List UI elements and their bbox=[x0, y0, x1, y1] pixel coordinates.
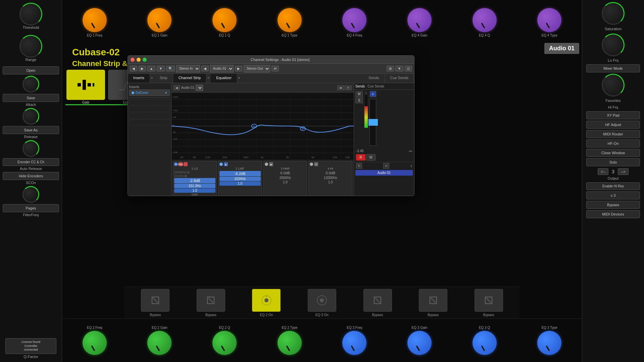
saturation-knob[interactable] bbox=[602, 2, 625, 25]
eq-back-button[interactable]: ◀ bbox=[174, 85, 180, 90]
eq2-gain-knob[interactable] bbox=[147, 331, 171, 355]
band3-toggle[interactable]: ▲ bbox=[269, 162, 273, 166]
e-button[interactable]: e bbox=[370, 91, 377, 97]
hf-adjust-button[interactable]: HF Adjust bbox=[586, 121, 640, 129]
prev-page-button[interactable]: <-- bbox=[598, 168, 608, 175]
prev-track-tb-button[interactable]: ◀ bbox=[201, 66, 209, 71]
render-button[interactable]: ⊞ bbox=[387, 66, 394, 71]
audio-channel-select[interactable]: Audio 01 bbox=[210, 65, 234, 72]
save-button[interactable]: Save bbox=[3, 94, 59, 102]
eq4-gain-knob[interactable] bbox=[407, 8, 432, 32]
eq1-type-knob[interactable] bbox=[278, 8, 302, 32]
w-button[interactable]: W bbox=[366, 154, 376, 161]
deeaser-insert[interactable]: DeEsser ▼ bbox=[129, 89, 170, 96]
next-track-tb-button[interactable]: ▶ bbox=[235, 66, 242, 71]
s-button[interactable]: S bbox=[355, 98, 363, 103]
eq3-freq-knob[interactable] bbox=[342, 331, 366, 355]
band4-toggle[interactable]: ✓ bbox=[314, 162, 318, 166]
down-button[interactable]: ▼ bbox=[157, 66, 165, 71]
insert-slot-2[interactable] bbox=[129, 99, 170, 105]
enable-hi-res-button[interactable]: Enable Hi Res bbox=[586, 182, 640, 190]
pages-button[interactable]: Pages bbox=[3, 204, 59, 212]
auto-release-knob[interactable] bbox=[22, 140, 39, 157]
eq2-q-knob[interactable] bbox=[212, 331, 237, 355]
bypass-icon-4[interactable] bbox=[419, 289, 447, 312]
threshold-knob[interactable] bbox=[19, 3, 42, 25]
tab-channel-strip[interactable]: Channel Strip bbox=[173, 74, 207, 83]
insert-slot-4[interactable] bbox=[129, 113, 170, 119]
eq3-gain-knob[interactable] bbox=[407, 331, 432, 355]
tab-sends[interactable]: Sends bbox=[363, 74, 385, 83]
midi-devices-button[interactable]: MIDI Devices bbox=[586, 210, 640, 218]
lo-frq-knob[interactable] bbox=[602, 34, 625, 56]
tab-cue-sends[interactable]: Cue Sends bbox=[385, 74, 414, 83]
bypass-icon-1[interactable] bbox=[141, 289, 169, 312]
eq-preset-select[interactable] bbox=[196, 85, 203, 91]
eq4-type-knob[interactable] bbox=[537, 8, 561, 32]
eq2-type-knob[interactable] bbox=[278, 331, 302, 355]
hide-encoders-button[interactable]: Hide Encoders bbox=[3, 172, 59, 180]
r-button[interactable]: R bbox=[356, 154, 365, 161]
eq-arrow[interactable]: ▸ bbox=[237, 74, 242, 83]
eq4-q-knob[interactable] bbox=[473, 8, 497, 32]
eq1-gain-knob[interactable] bbox=[147, 8, 171, 32]
channel-fader[interactable] bbox=[369, 99, 376, 146]
tab-inserts[interactable]: Inserts bbox=[128, 74, 150, 83]
open-button[interactable]: Open bbox=[3, 66, 59, 74]
bypass-icon-3[interactable] bbox=[363, 289, 392, 312]
encoder-cc-button[interactable]: Encoder CC & Ch bbox=[3, 158, 59, 166]
forward-button[interactable]: ▶ bbox=[139, 66, 146, 71]
eq2-on-icon[interactable] bbox=[252, 289, 281, 312]
gate-item[interactable]: Gate bbox=[66, 70, 105, 104]
back-button[interactable]: ◀ bbox=[130, 66, 137, 71]
midi-router-button[interactable]: MIDI Router bbox=[586, 130, 640, 138]
channel-name-display[interactable]: Audio 01 bbox=[355, 170, 413, 176]
cue-sends-tab[interactable]: Cue Sends bbox=[367, 84, 384, 88]
stereo-out-select[interactable]: Stereo Out bbox=[244, 65, 270, 72]
solo-button[interactable]: Solo bbox=[586, 158, 640, 166]
eq4-freq-knob[interactable] bbox=[342, 8, 366, 32]
loop-button[interactable]: ↻ bbox=[356, 163, 362, 169]
maximize-button[interactable] bbox=[143, 58, 147, 62]
eq3-on-icon[interactable] bbox=[308, 289, 336, 312]
band1-pre[interactable]: PRE bbox=[179, 162, 183, 166]
bypass-icon-5[interactable] bbox=[475, 289, 503, 312]
eq-reset-button[interactable]: ✕ bbox=[345, 85, 352, 90]
xy-pad-button[interactable]: XY Pad bbox=[586, 111, 640, 119]
eq-graph[interactable]: +24 +12 +6 0 -6 -12 -24 20 50 100 200 50… bbox=[171, 93, 354, 160]
filter-freq-knob[interactable] bbox=[22, 186, 39, 203]
stereo-in-select[interactable]: Stereo In bbox=[176, 65, 200, 72]
mono-button[interactable]: ∞ bbox=[383, 163, 389, 169]
band2-toggle[interactable]: ▲ bbox=[224, 162, 228, 166]
tab-equalizer[interactable]: Equalizer bbox=[211, 74, 237, 83]
deeaser-expand[interactable]: ▼ bbox=[164, 91, 167, 95]
eq3-q-knob[interactable] bbox=[473, 331, 497, 355]
eq-prev-button[interactable]: ⏮ bbox=[337, 85, 344, 90]
save-as-button[interactable]: Save As bbox=[3, 126, 59, 134]
band1-toggle[interactable] bbox=[184, 162, 188, 166]
band2-freq[interactable]: 1034Hz bbox=[219, 177, 261, 181]
eq2-freq-knob[interactable] bbox=[83, 331, 107, 355]
band1-q[interactable]: 1.0 bbox=[174, 188, 215, 193]
up-button[interactable]: ▲ bbox=[147, 66, 155, 71]
fader-handle[interactable] bbox=[368, 119, 378, 126]
channel-strip-arrow[interactable]: ▸ bbox=[206, 74, 211, 83]
range-knob[interactable] bbox=[19, 35, 42, 58]
eq1-q-knob[interactable] bbox=[212, 8, 237, 32]
band1-freq[interactable]: 151.3Hz bbox=[174, 184, 215, 188]
mixer-mode-button[interactable]: Mixer Mode bbox=[586, 64, 640, 72]
band2-q[interactable]: 1.0 bbox=[219, 181, 261, 186]
bypass-icon-2[interactable] bbox=[197, 289, 225, 312]
eq1-freq-knob[interactable] bbox=[83, 8, 107, 32]
next-page-button[interactable]: --> bbox=[618, 168, 629, 175]
tab-strip[interactable]: Strip bbox=[154, 74, 173, 83]
band2-gain[interactable]: -6.2dB bbox=[219, 171, 261, 176]
link-button[interactable]: ⇌ bbox=[271, 66, 279, 71]
insert-slot-5[interactable] bbox=[129, 119, 170, 125]
hf-on-button[interactable]: HF-On bbox=[586, 139, 640, 147]
x3-button[interactable]: x 3 bbox=[586, 191, 640, 199]
close-window-button[interactable]: Close Window bbox=[586, 149, 640, 157]
insert-slot-3[interactable] bbox=[129, 106, 170, 112]
config-button[interactable]: ▼ bbox=[395, 66, 403, 71]
search-button[interactable]: 🔍 bbox=[166, 66, 175, 71]
